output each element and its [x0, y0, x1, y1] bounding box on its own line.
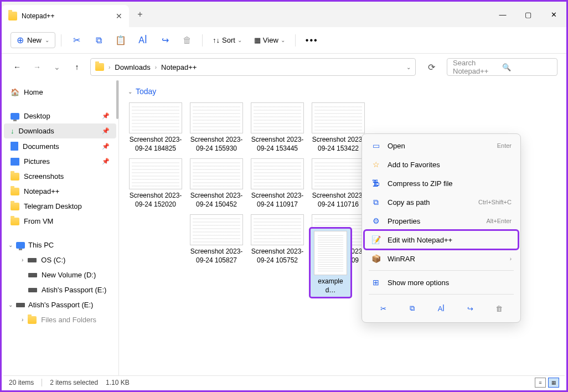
file-name: Screenshot 2023-09-24 105752	[250, 247, 305, 265]
ctx-share-icon[interactable]: ↪	[462, 300, 478, 317]
file-name: Screenshot 2023-09-24 155930	[189, 136, 244, 153]
sidebar-thispc[interactable]: ⌄ This PC	[4, 238, 116, 252]
thumbnail	[312, 158, 365, 189]
back-button[interactable]: ←	[11, 63, 24, 71]
star-icon: ☆	[371, 159, 381, 169]
pin-icon: 📌	[102, 127, 110, 135]
up-button[interactable]: ↑	[70, 63, 84, 71]
sidebar-files[interactable]: › Files and Folders	[4, 312, 116, 327]
file-item[interactable]: Screenshot 2023-09-24 152020	[126, 156, 185, 211]
sort-button[interactable]: ↑↓ Sort ⌄	[208, 34, 246, 47]
thumbnail	[190, 214, 243, 245]
status-bar: 20 items 2 items selected 1.10 KB ≡ ▦	[3, 375, 565, 389]
chevron-down-icon[interactable]: ⌄	[406, 64, 411, 70]
folder-icon	[28, 316, 37, 324]
minimize-button[interactable]: —	[490, 2, 515, 27]
file-name: Screenshot 2023-09-24 110716	[311, 192, 366, 209]
ctx-properties[interactable]: ⚙ Properties Alt+Enter	[364, 212, 518, 230]
thumbnail	[251, 214, 304, 245]
download-icon: ↓	[11, 127, 14, 135]
ctx-rename-icon[interactable]: Aꟾ	[433, 300, 450, 317]
file-name: Screenshot 2023-09-24 105827	[189, 247, 244, 265]
winrar-icon: 📦	[371, 254, 381, 264]
sidebar-screenshots[interactable]: Screenshots	[4, 169, 116, 184]
more-button[interactable]: •••	[301, 35, 323, 45]
close-window-button[interactable]: ✕	[541, 2, 566, 27]
ctx-cut-icon[interactable]: ✂	[375, 300, 391, 317]
cut-icon[interactable]: ✂	[67, 31, 86, 50]
ctx-copy-icon[interactable]: ⧉	[404, 300, 421, 317]
breadcrumb-seg[interactable]: Downloads	[115, 63, 150, 71]
pin-icon: 📌	[102, 158, 110, 165]
chevron-down-icon: ⌄	[281, 37, 285, 43]
forward-button[interactable]: →	[30, 63, 44, 71]
sidebar-downloads[interactable]: ↓ Downloads 📌	[4, 123, 116, 138]
new-label: New	[27, 36, 42, 44]
close-tab-icon[interactable]: ✕	[116, 12, 122, 20]
sidebar-atish1[interactable]: Atish's Passport (E:)	[4, 282, 116, 297]
sidebar-documents[interactable]: Documents 📌	[4, 138, 116, 154]
context-menu: ▭ Open Enter ☆ Add to Favorites 🗜 Compre…	[362, 133, 521, 323]
chevron-down-icon: ⌄	[45, 37, 49, 43]
ctx-winrar[interactable]: 📦 WinRAR ›	[364, 249, 518, 268]
sidebar-newvol[interactable]: New Volume (D:)	[4, 267, 116, 282]
sidebar-desktop[interactable]: Desktop 📌	[4, 109, 116, 123]
details-view-button[interactable]: ≡	[535, 378, 546, 388]
sidebar-fromvm[interactable]: From VM	[4, 214, 116, 229]
ctx-compress-zip[interactable]: 🗜 Compress to ZIP file	[364, 174, 518, 193]
search-input[interactable]: Search Notepad++ 🔍	[447, 58, 557, 76]
file-item[interactable]: Screenshot 2023-09-24 110917	[247, 156, 307, 211]
maximize-button[interactable]: ▢	[515, 2, 541, 27]
window-tab[interactable]: Notepad++ ✕	[2, 5, 129, 27]
sidebar-osc[interactable]: › OS (C:)	[4, 252, 116, 267]
file-item[interactable]: Screenshot 2023-09-24 155930	[187, 100, 246, 155]
refresh-button[interactable]: ⟳	[422, 62, 440, 73]
file-item[interactable]: Screenshot 2023-09-24 150452	[187, 156, 246, 211]
folder-icon	[11, 218, 19, 225]
copy-path-icon: ⧉	[371, 197, 381, 207]
file-name: example d…	[313, 277, 348, 295]
icons-view-button[interactable]: ▦	[548, 378, 559, 388]
sidebar-home[interactable]: 🏠 Home	[4, 85, 116, 100]
file-item[interactable]: Screenshot 2023-09-24 110716	[308, 156, 368, 211]
ctx-show-more[interactable]: ⊞ Show more options	[364, 273, 518, 292]
breadcrumb[interactable]: › Downloads › Notepad++ ⌄	[90, 58, 416, 76]
ctx-delete-icon[interactable]: 🗑	[491, 300, 508, 317]
file-item[interactable]: Screenshot 2023-09-24 153445	[247, 100, 307, 155]
delete-icon[interactable]: 🗑	[178, 31, 197, 50]
recent-button[interactable]: ⌄	[50, 63, 64, 71]
file-name: Screenshot 2023-09-24 153422	[311, 136, 366, 153]
paste-icon[interactable]: 📋	[111, 31, 130, 50]
pin-icon: 📌	[102, 143, 110, 150]
ctx-edit-notepadpp[interactable]: 📝 Edit with Notepad++	[364, 230, 518, 249]
thumbnail	[129, 102, 182, 133]
file-item[interactable]: Screenshot 2023-09-24 105752	[247, 212, 307, 267]
sidebar-atish2[interactable]: ⌄ Atish's Passport (E:)	[4, 297, 116, 312]
sidebar-pictures[interactable]: Pictures 📌	[4, 154, 116, 169]
file-item[interactable]: Screenshot 2023-09-24 184825	[126, 100, 185, 155]
ctx-open[interactable]: ▭ Open Enter	[364, 136, 518, 155]
file-item-selected[interactable]: example d…	[311, 229, 350, 297]
drive-icon	[28, 273, 37, 277]
folder-icon	[11, 173, 19, 180]
view-button[interactable]: ▦ View ⌄	[250, 34, 290, 47]
sidebar-notepadpp[interactable]: Notepad++	[4, 184, 116, 199]
home-icon: 🏠	[11, 88, 19, 96]
new-button[interactable]: ⊕ New ⌄	[11, 32, 55, 48]
group-today[interactable]: ⌄ Today	[128, 87, 560, 96]
ctx-favorites[interactable]: ☆ Add to Favorites	[364, 155, 518, 174]
sidebar: 🏠 Home Desktop 📌 ↓ Downloads 📌 Documents…	[2, 80, 119, 384]
ctx-copy-path[interactable]: ⧉ Copy as path Ctrl+Shift+C	[364, 193, 518, 212]
file-item[interactable]: Screenshot 2023-09-24 153422	[308, 100, 368, 155]
share-icon[interactable]: ↪	[156, 31, 174, 50]
file-item[interactable]: Screenshot 2023-09-24 105827	[187, 212, 246, 267]
chevron-right-icon: ›	[155, 64, 157, 70]
sidebar-telegram[interactable]: Telegram Desktop	[4, 199, 116, 214]
rename-icon[interactable]: Aꟾ	[133, 31, 152, 50]
new-tab-button[interactable]: +	[129, 2, 151, 27]
chevron-right-icon: ›	[22, 257, 23, 263]
breadcrumb-seg[interactable]: Notepad++	[161, 63, 197, 71]
copy-icon[interactable]: ⧉	[89, 31, 108, 50]
properties-icon: ⚙	[371, 216, 381, 226]
zip-icon: 🗜	[371, 178, 381, 188]
